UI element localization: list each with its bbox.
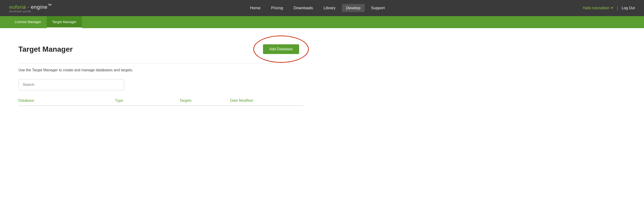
nav-item-library[interactable]: Library — [319, 6, 340, 10]
subnav-license-manager[interactable]: License Manager — [9, 16, 47, 28]
nav-item-develop[interactable]: Develop — [342, 6, 364, 10]
nav-item-home[interactable]: Home — [246, 6, 264, 10]
nav-link-downloads[interactable]: Downloads — [290, 4, 317, 12]
user-greeting[interactable]: Hello tutorialben — [583, 6, 613, 10]
nav-link-library[interactable]: Library — [319, 4, 340, 12]
logo-subtitle: developer portal — [9, 10, 52, 13]
logo: vuforia · engine™ developer portal — [9, 4, 52, 13]
nav-link-home[interactable]: Home — [246, 4, 264, 12]
logout-link[interactable]: Log Out — [622, 6, 635, 10]
logo-vuf: vuforia — [9, 4, 26, 10]
top-navigation: vuforia · engine™ developer portal Home … — [0, 0, 644, 16]
nav-links: Home Pricing Downloads Library Develop S… — [246, 6, 389, 10]
table-headers: Database Type Targets Date Modified — [18, 98, 304, 106]
nav-divider: | — [617, 6, 618, 11]
logo-engine-text: · engine™ — [28, 4, 52, 10]
col-header-type[interactable]: Type — [115, 98, 180, 103]
logo-vuforia-text: vuforia · engine™ — [9, 4, 52, 10]
page-title: Target Manager — [18, 45, 73, 54]
main-content: Target Manager Add Database Use the Targ… — [0, 28, 322, 115]
page-header: Target Manager Add Database — [18, 40, 304, 63]
nav-link-support[interactable]: Support — [367, 4, 389, 12]
search-container — [18, 79, 304, 90]
nav-item-support[interactable]: Support — [367, 6, 389, 10]
search-input[interactable] — [18, 79, 124, 90]
col-header-targets[interactable]: Targets — [180, 98, 230, 103]
page-description: Use the Target Manager to create and man… — [18, 68, 304, 72]
nav-item-pricing[interactable]: Pricing — [267, 6, 287, 10]
subnav-target-manager[interactable]: Target Manager — [47, 16, 82, 28]
col-header-date-modified[interactable]: Date Modified — [230, 98, 304, 103]
sub-navigation: License Manager Target Manager — [0, 16, 644, 28]
col-header-database[interactable]: Database — [18, 98, 115, 103]
chevron-down-icon — [611, 7, 613, 9]
nav-right: Hello tutorialben | Log Out — [583, 6, 635, 11]
user-greeting-text: Hello tutorialben — [583, 6, 610, 10]
nav-link-develop[interactable]: Develop — [342, 4, 364, 12]
nav-link-pricing[interactable]: Pricing — [267, 4, 287, 12]
add-database-button[interactable]: Add Database — [263, 44, 299, 54]
add-database-wrapper: Add Database — [258, 40, 304, 59]
nav-item-downloads[interactable]: Downloads — [290, 6, 317, 10]
